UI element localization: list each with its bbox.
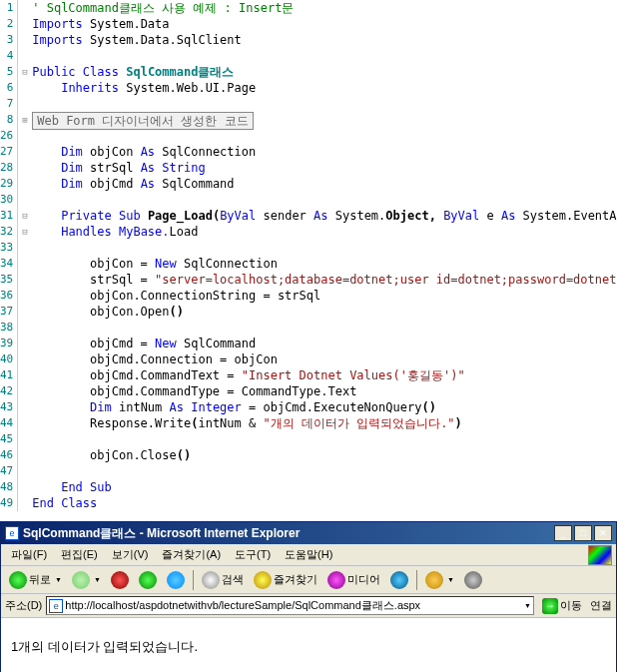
media-icon: [327, 571, 345, 589]
forward-button[interactable]: ▼: [68, 569, 105, 591]
minimize-button[interactable]: _: [554, 525, 572, 541]
line-number: 48: [0, 479, 17, 495]
line-number: 36: [0, 288, 17, 304]
output-text: 1개의 데이터가 입력되었습니다.: [11, 639, 198, 654]
go-icon: →: [542, 598, 558, 614]
menu-item[interactable]: 파일(F): [5, 545, 53, 564]
code-line[interactable]: [22, 96, 617, 112]
line-number: 26: [0, 128, 17, 144]
code-line[interactable]: Imports System.Data: [22, 16, 617, 32]
print-button[interactable]: [460, 569, 486, 591]
maximize-button[interactable]: □: [574, 525, 592, 541]
address-bar: 주소(D) e http://localhost/aspdotnetwithvb…: [1, 594, 616, 618]
code-line[interactable]: objCon = New SqlConnection: [22, 256, 617, 272]
links-label[interactable]: 연결: [590, 598, 612, 613]
code-editor: 1234567826272829303132333435363738394041…: [0, 0, 617, 511]
code-line[interactable]: [22, 320, 617, 336]
star-icon: [254, 571, 272, 589]
line-number: 31: [0, 208, 17, 224]
line-number: 5: [0, 64, 17, 80]
code-line[interactable]: ⊞Web Form 디자이너에서 생성한 코드: [22, 112, 617, 128]
refresh-icon: [139, 571, 157, 589]
code-line[interactable]: objCmd.CommandText = "Insert Dotnet Valu…: [22, 367, 617, 383]
line-number: 30: [0, 192, 17, 208]
code-line[interactable]: Dim strSql As String: [22, 160, 617, 176]
stop-button[interactable]: [107, 569, 133, 591]
print-icon: [464, 571, 482, 589]
code-line[interactable]: objCon.Open(): [22, 304, 617, 320]
line-number: 28: [0, 160, 17, 176]
home-button[interactable]: [163, 569, 189, 591]
code-line[interactable]: Dim intNum As Integer = objCmd.ExecuteNo…: [22, 399, 617, 415]
page-content: 1개의 데이터가 입력되었습니다.: [1, 618, 616, 672]
code-line[interactable]: ⊟ Private Sub Page_Load(ByVal sender As …: [22, 208, 617, 224]
code-line[interactable]: strSql = "server=localhost;database=dotn…: [22, 272, 617, 288]
code-line[interactable]: [22, 48, 617, 64]
menu-item[interactable]: 보기(V): [106, 545, 155, 564]
line-number: 2: [0, 16, 17, 32]
window-title: SqlCommand클래스 - Microsoft Internet Explo…: [23, 525, 554, 542]
code-line[interactable]: Dim objCon As SqlConnection: [22, 144, 617, 160]
address-label: 주소(D): [5, 598, 42, 613]
windows-logo-icon: [588, 545, 612, 565]
code-line[interactable]: objCon.ConnectionString = strSql: [22, 288, 617, 304]
code-line[interactable]: ⊟ Handles MyBase.Load: [22, 224, 617, 240]
chevron-down-icon[interactable]: ▼: [524, 602, 531, 609]
code-line[interactable]: Inherits System.Web.UI.Page: [22, 80, 617, 96]
code-line[interactable]: ' SqlCommand클래스 사용 예제 : Insert문: [22, 0, 617, 16]
back-button[interactable]: 뒤로 ▼: [5, 569, 66, 591]
history-icon: [390, 571, 408, 589]
code-line[interactable]: [22, 128, 617, 144]
code-line[interactable]: [22, 431, 617, 447]
line-number: 40: [0, 351, 17, 367]
menu-item[interactable]: 도구(T): [229, 545, 277, 564]
line-number: 41: [0, 367, 17, 383]
menu-item[interactable]: 편집(E): [55, 545, 104, 564]
browser-window: e SqlCommand클래스 - Microsoft Internet Exp…: [0, 521, 617, 672]
code-line[interactable]: [22, 240, 617, 256]
home-icon: [167, 571, 185, 589]
page-icon: e: [49, 599, 63, 613]
line-number: 49: [0, 495, 17, 511]
menu-bar: 파일(F)편집(E)보기(V)즐겨찾기(A)도구(T)도움말(H): [1, 544, 616, 566]
line-number: 6: [0, 80, 17, 96]
url-input[interactable]: e http://localhost/aspdotnetwithvb/lectu…: [46, 596, 534, 615]
code-line[interactable]: [22, 192, 617, 208]
code-line[interactable]: [22, 463, 617, 479]
media-button[interactable]: 미디어: [323, 569, 384, 591]
code-line[interactable]: Imports System.Data.SqlClient: [22, 32, 617, 48]
line-number: 45: [0, 431, 17, 447]
menu-item[interactable]: 즐겨찾기(A): [156, 545, 227, 564]
code-line[interactable]: objCmd.Connection = objCon: [22, 351, 617, 367]
back-icon: [9, 571, 27, 589]
mail-icon: [425, 571, 443, 589]
search-icon: [202, 571, 220, 589]
mail-button[interactable]: ▼: [421, 569, 458, 591]
line-number: 35: [0, 272, 17, 288]
code-line[interactable]: ⊟Public Class SqlCommand클래스: [22, 64, 617, 80]
code-line[interactable]: End Sub: [22, 479, 617, 495]
toolbar: 뒤로 ▼ ▼ 검색 즐겨찾기 미디어 ▼: [1, 566, 616, 594]
code-line[interactable]: Response.Write(intNum & "개의 데이터가 입력되었습니다…: [22, 415, 617, 431]
line-number: 34: [0, 256, 17, 272]
line-number: 29: [0, 176, 17, 192]
search-button[interactable]: 검색: [198, 569, 248, 591]
menu-item[interactable]: 도움말(H): [279, 545, 338, 564]
stop-icon: [111, 571, 129, 589]
line-number: 38: [0, 320, 17, 336]
go-button[interactable]: →이동: [538, 597, 586, 615]
line-number: 1: [0, 0, 17, 16]
history-button[interactable]: [386, 569, 412, 591]
favorites-button[interactable]: 즐겨찾기: [250, 569, 321, 591]
line-number: 43: [0, 399, 17, 415]
code-line[interactable]: Dim objCmd As SqlCommand: [22, 176, 617, 192]
close-button[interactable]: ✕: [594, 525, 612, 541]
refresh-button[interactable]: [135, 569, 161, 591]
code-line[interactable]: objCmd = New SqlCommand: [22, 336, 617, 351]
line-number: 8: [0, 112, 17, 128]
line-number: 3: [0, 32, 17, 48]
code-line[interactable]: objCmd.CommandType = CommandType.Text: [22, 383, 617, 399]
code-line[interactable]: End Class: [22, 495, 617, 511]
code-body[interactable]: ' SqlCommand클래스 사용 예제 : Insert문Imports S…: [18, 0, 617, 511]
code-line[interactable]: objCon.Close(): [22, 447, 617, 463]
